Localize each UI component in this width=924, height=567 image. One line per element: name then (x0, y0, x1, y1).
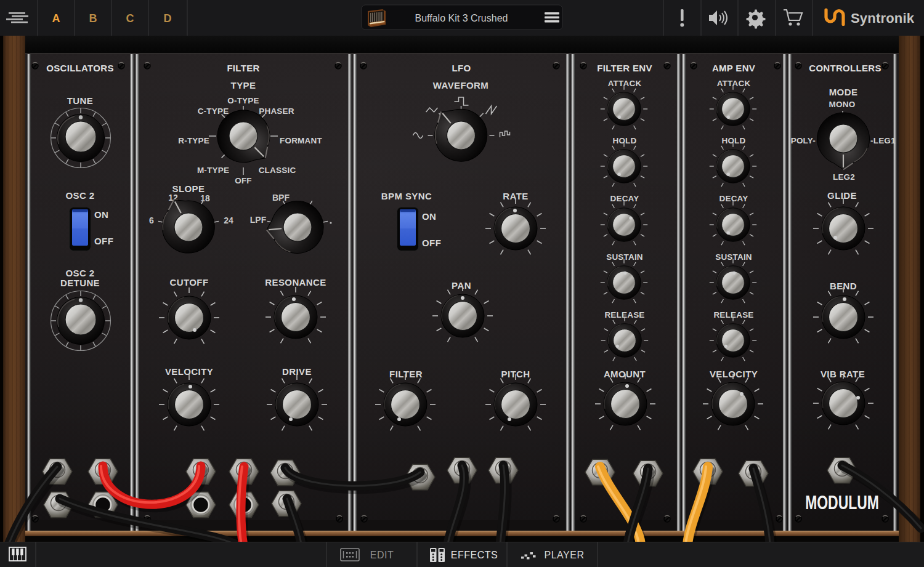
svg-text:FILTER: FILTER (227, 63, 259, 73)
svg-text:HOLD: HOLD (612, 136, 636, 145)
svg-text:WAVEFORM: WAVEFORM (433, 80, 488, 90)
svg-text:RELEASE: RELEASE (713, 310, 753, 320)
svg-text:B: B (89, 12, 97, 25)
svg-text:SUSTAIN: SUSTAIN (606, 252, 643, 262)
svg-text:OFF: OFF (94, 236, 113, 246)
svg-text:CONTROLLERS: CONTROLLERS (809, 63, 881, 73)
svg-text:PAN: PAN (452, 280, 471, 291)
svg-text:R-TYPE: R-TYPE (178, 136, 209, 145)
svg-text:OFF: OFF (235, 176, 252, 185)
svg-text:LFO: LFO (452, 63, 471, 73)
svg-text:MODE: MODE (829, 87, 858, 97)
svg-text:TYPE: TYPE (231, 80, 256, 90)
svg-text:POLY-: POLY- (791, 136, 816, 145)
svg-text:EDIT: EDIT (370, 550, 394, 560)
svg-text:LEG2: LEG2 (833, 172, 855, 182)
svg-text:PLAYER: PLAYER (545, 550, 585, 560)
svg-text:C-TYPE: C-TYPE (198, 107, 229, 116)
svg-text:6: 6 (149, 215, 154, 225)
svg-text:Syntronik: Syntronik (851, 10, 915, 26)
svg-text:OSCILLATORS: OSCILLATORS (46, 63, 113, 73)
svg-text:A: A (52, 12, 60, 25)
svg-text:M-TYPE: M-TYPE (197, 166, 229, 175)
svg-text:24: 24 (224, 215, 233, 225)
svg-text:GLIDE: GLIDE (827, 190, 857, 201)
svg-text:ATTACK: ATTACK (717, 79, 751, 88)
svg-text:BPM SYNC: BPM SYNC (381, 191, 432, 201)
svg-text:O-TYPE: O-TYPE (227, 96, 259, 105)
svg-text:AMP ENV: AMP ENV (712, 63, 755, 73)
svg-text:ON: ON (422, 211, 436, 222)
svg-text:RESONANCE: RESONANCE (265, 277, 326, 288)
svg-text:DECAY: DECAY (610, 194, 639, 203)
svg-text:OFF: OFF (422, 238, 441, 248)
svg-text:TUNE: TUNE (67, 95, 93, 106)
svg-text:FILTER ENV: FILTER ENV (597, 63, 652, 73)
svg-text:AMOUNT: AMOUNT (604, 369, 646, 379)
svg-text:18: 18 (200, 193, 210, 203)
svg-text:PHASER: PHASER (259, 107, 294, 116)
svg-text:MODULUM: MODULUM (805, 492, 879, 513)
svg-text:CLASSIC: CLASSIC (259, 166, 296, 175)
svg-text:EFFECTS: EFFECTS (451, 550, 498, 560)
svg-text:FORMANT: FORMANT (280, 136, 322, 145)
svg-text:ON: ON (94, 209, 108, 220)
svg-text:VELOCITY: VELOCITY (710, 369, 758, 379)
svg-text:LPF: LPF (250, 215, 267, 225)
svg-text:-LEG1: -LEG1 (870, 136, 896, 145)
svg-text:OSC 2: OSC 2 (65, 268, 94, 278)
svg-text:D: D (164, 12, 172, 25)
svg-text:SUSTAIN: SUSTAIN (715, 252, 752, 262)
svg-text:Buffalo Kit 3 Crushed: Buffalo Kit 3 Crushed (415, 13, 508, 23)
svg-text:OSC 2: OSC 2 (65, 190, 94, 201)
svg-text:CUTOFF: CUTOFF (170, 277, 209, 288)
svg-text:DETUNE: DETUNE (60, 278, 100, 288)
svg-text:FILTER: FILTER (389, 369, 423, 379)
svg-text:BPF: BPF (272, 193, 290, 203)
svg-text:MONO: MONO (829, 100, 856, 109)
svg-text:C: C (126, 12, 134, 25)
svg-text:DECAY: DECAY (719, 194, 748, 203)
svg-text:ATTACK: ATTACK (608, 79, 642, 88)
svg-text:HOLD: HOLD (721, 136, 745, 145)
